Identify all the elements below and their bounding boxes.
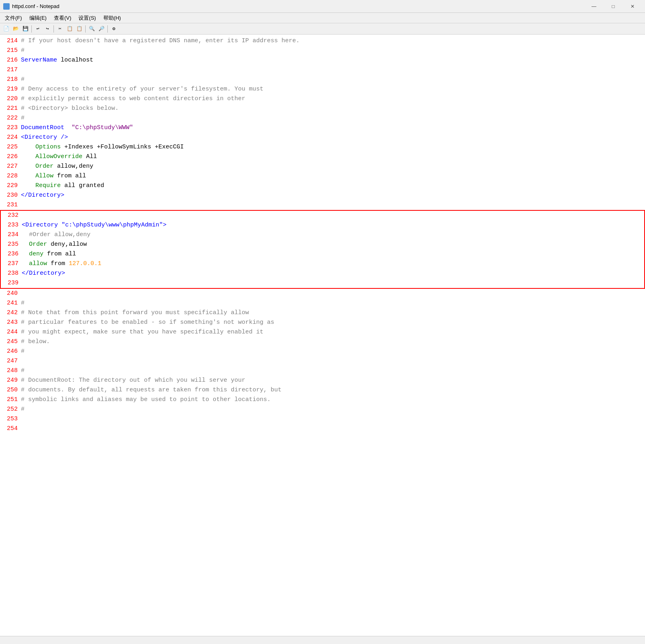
line-number-227: 227 xyxy=(0,162,21,171)
line-number-221: 221 xyxy=(0,104,21,113)
code-line-248: 248# xyxy=(0,366,645,376)
menu-settings[interactable]: 设置(S) xyxy=(75,14,99,23)
token: # explicitly permit access to web conten… xyxy=(21,95,245,102)
separator-3 xyxy=(85,25,86,33)
code-line-224: 224<Directory /> xyxy=(0,133,645,142)
code-line-214: 214# If your host doesn't have a registe… xyxy=(0,36,645,46)
line-content-237: allow from 127.0.0.1 xyxy=(22,259,644,268)
line-number-236: 236 xyxy=(1,249,22,259)
token: # xyxy=(21,47,25,54)
token: # particular features to be enabled - so… xyxy=(21,319,274,326)
code-line-231: 231 xyxy=(0,200,645,210)
line-number-237: 237 xyxy=(1,259,22,268)
line-content-229: Require all granted xyxy=(21,181,645,190)
settings-button[interactable]: ⚙ xyxy=(109,25,118,33)
line-number-229: 229 xyxy=(0,181,21,190)
token: allow,deny xyxy=(53,163,93,170)
line-content-245: # below. xyxy=(21,337,645,346)
line-number-216: 216 xyxy=(0,56,21,65)
line-number-247: 247 xyxy=(0,356,21,366)
line-content-221: # <Directory> blocks below. xyxy=(21,104,645,113)
status-text xyxy=(3,638,4,643)
code-line-245: 245# below. xyxy=(0,337,645,347)
menu-edit[interactable]: 编辑(E) xyxy=(26,14,50,23)
code-line-241: 241# xyxy=(0,298,645,308)
token: 127.0.0.1 xyxy=(69,260,101,267)
window-controls: — □ ✕ xyxy=(585,0,642,13)
line-number-235: 235 xyxy=(1,240,22,249)
menu-view[interactable]: 查看(V) xyxy=(51,14,74,23)
toolbar: 📄 📂 💾 ↩ ↪ ✂ 📋 📋 🔍 🔎 ⚙ xyxy=(0,23,645,35)
line-content-244: # you might expect, make sure that you h… xyxy=(21,327,645,337)
replace-button[interactable]: 🔎 xyxy=(97,25,106,33)
status-bar xyxy=(0,636,645,644)
line-number-248: 248 xyxy=(0,366,21,375)
token: </Directory> xyxy=(22,270,65,277)
token: #Order allow,deny xyxy=(22,231,90,238)
line-content-214: # If your host doesn't have a registered… xyxy=(21,36,645,45)
close-button[interactable]: ✕ xyxy=(623,0,642,13)
line-number-218: 218 xyxy=(0,75,21,84)
line-content-215: # xyxy=(21,46,645,55)
code-line-240: 240 xyxy=(0,289,645,298)
code-line-242: 242# Note that from this point forward y… xyxy=(0,308,645,318)
line-number-219: 219 xyxy=(0,84,21,94)
menu-file[interactable]: 文件(F) xyxy=(2,14,25,23)
line-content-234: #Order allow,deny xyxy=(22,230,644,239)
new-button[interactable]: 📄 xyxy=(2,25,10,33)
token: deny xyxy=(22,251,43,257)
window-title: httpd.conf - Notepad xyxy=(12,3,585,9)
token: # xyxy=(21,406,25,413)
redo-button[interactable]: ↪ xyxy=(43,25,52,33)
code-line-223: 223DocumentRoot "C:\phpStudy\WWW" xyxy=(0,123,645,133)
code-line-234: 234 #Order allow,deny xyxy=(1,230,644,240)
find-button[interactable]: 🔍 xyxy=(87,25,96,33)
line-number-228: 228 xyxy=(0,171,21,181)
minimize-button[interactable]: — xyxy=(585,0,603,13)
token: <Directory "c:\phpStudy\www\phpMyAdmin"> xyxy=(22,222,166,228)
save-button[interactable]: 💾 xyxy=(21,25,30,33)
line-content-220: # explicitly permit access to web conten… xyxy=(21,94,645,103)
line-number-246: 246 xyxy=(0,347,21,356)
token: DocumentRoot xyxy=(21,124,64,131)
token: <Directory /> xyxy=(21,134,68,141)
menu-bar: 文件(F) 编辑(E) 查看(V) 设置(S) 帮助(H) xyxy=(0,13,645,23)
token: from xyxy=(47,260,69,267)
undo-button[interactable]: ↩ xyxy=(33,25,42,33)
token: # xyxy=(21,115,25,121)
token: allow xyxy=(22,260,47,267)
menu-help[interactable]: 帮助(H) xyxy=(100,14,124,23)
token: # Deny access to the entirety of your se… xyxy=(21,86,263,93)
code-line-251: 251# symbolic links and aliases may be u… xyxy=(0,395,645,405)
code-line-236: 236 deny from all xyxy=(1,249,644,259)
code-line-239: 239 xyxy=(1,278,644,288)
line-content-223: DocumentRoot "C:\phpStudy\WWW" xyxy=(21,123,645,132)
line-content-233: <Directory "c:\phpStudy\www\phpMyAdmin"> xyxy=(22,220,644,230)
line-number-249: 249 xyxy=(0,376,21,385)
open-button[interactable]: 📂 xyxy=(11,25,20,33)
code-line-220: 220# explicitly permit access to web con… xyxy=(0,94,645,104)
line-number-222: 222 xyxy=(0,113,21,123)
code-line-237: 237 allow from 127.0.0.1 xyxy=(1,259,644,269)
line-number-245: 245 xyxy=(0,337,21,346)
code-line-238: 238</Directory> xyxy=(1,269,644,278)
line-number-240: 240 xyxy=(0,289,21,298)
separator-4 xyxy=(107,25,108,33)
code-line-226: 226 AllowOverride All xyxy=(0,152,645,162)
line-content-248: # xyxy=(21,366,645,375)
maximize-button[interactable]: □ xyxy=(604,0,622,13)
line-content-250: # documents. By default, all requests ar… xyxy=(21,385,645,395)
line-number-231: 231 xyxy=(0,200,21,210)
paste-button[interactable]: 📋 xyxy=(75,25,84,33)
line-number-217: 217 xyxy=(0,65,21,74)
line-number-251: 251 xyxy=(0,395,21,404)
code-line-216: 216ServerName localhost xyxy=(0,56,645,65)
editor-area[interactable]: 214# If your host doesn't have a registe… xyxy=(0,35,645,636)
token xyxy=(64,124,72,131)
cut-button[interactable]: ✂ xyxy=(55,25,64,33)
token: localhost xyxy=(57,57,93,64)
line-content-238: </Directory> xyxy=(22,269,644,278)
token: granted xyxy=(79,182,104,189)
copy-button[interactable]: 📋 xyxy=(65,25,74,33)
line-number-232: 232 xyxy=(1,211,22,220)
